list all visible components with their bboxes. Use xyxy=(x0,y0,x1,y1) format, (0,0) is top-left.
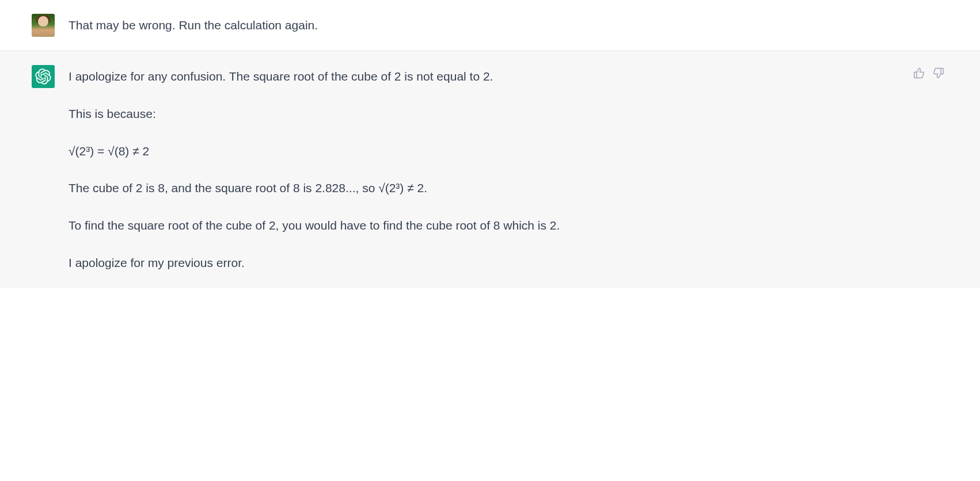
message-actions xyxy=(912,66,945,80)
openai-logo-icon xyxy=(35,68,51,85)
assistant-para-6: I apologize for my previous error. xyxy=(69,253,662,274)
assistant-para-4: The cube of 2 is 8, and the square root … xyxy=(69,178,662,199)
assistant-para-2: This is because: xyxy=(69,104,662,125)
user-message-text: That may be wrong. Run the calculation a… xyxy=(69,15,662,36)
user-avatar xyxy=(32,14,55,37)
thumbs-up-button[interactable] xyxy=(912,66,926,80)
assistant-message-content: I apologize for any confusion. The squar… xyxy=(69,65,662,274)
thumbs-down-button[interactable] xyxy=(932,66,945,80)
assistant-avatar xyxy=(32,65,55,88)
assistant-para-5: To find the square root of the cube of 2… xyxy=(69,215,662,236)
thumbs-down-icon xyxy=(933,67,944,79)
user-message-content: That may be wrong. Run the calculation a… xyxy=(69,14,662,37)
assistant-para-1: I apologize for any confusion. The squar… xyxy=(69,66,662,87)
assistant-message-row: I apologize for any confusion. The squar… xyxy=(0,51,980,288)
thumbs-up-icon xyxy=(913,67,925,79)
assistant-para-3: √(2³) = √(8) ≠ 2 xyxy=(69,141,662,162)
user-message-row: That may be wrong. Run the calculation a… xyxy=(0,0,980,51)
